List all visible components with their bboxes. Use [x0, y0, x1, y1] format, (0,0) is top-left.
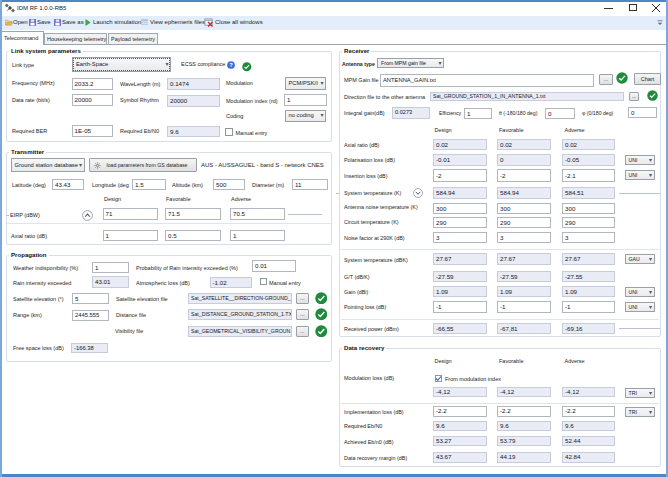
svg-text:?: ?	[229, 61, 233, 67]
